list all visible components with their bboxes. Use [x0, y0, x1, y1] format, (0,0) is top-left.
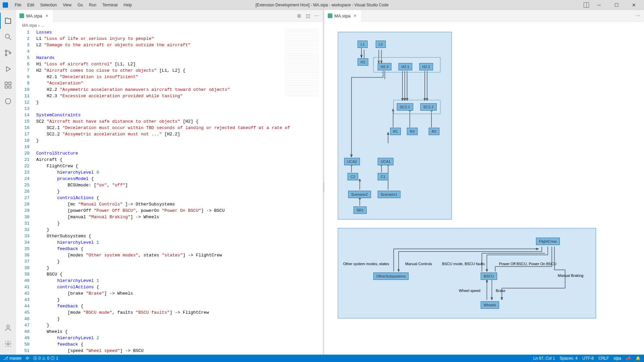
vscode-icon: [3, 2, 8, 8]
node-uca2[interactable]: UCA2: [344, 158, 360, 165]
node-scenario1[interactable]: Scenario1: [378, 191, 400, 198]
search-icon[interactable]: [0, 29, 16, 45]
menu-help[interactable]: Help: [121, 1, 135, 9]
file-icon: [19, 13, 24, 18]
editor-group-right: MA.stpa × ⋯: [324, 10, 644, 355]
node-sc22[interactable]: SC2.2: [420, 103, 437, 111]
svg-rect-7: [9, 82, 11, 84]
more-icon[interactable]: ⋯: [635, 13, 641, 18]
menu-view[interactable]: View: [60, 1, 74, 9]
node-othersubsystems[interactable]: OtherSubsystems: [373, 273, 409, 280]
menu-selection[interactable]: Selection: [38, 1, 59, 9]
node-uca1[interactable]: UCA1: [378, 158, 393, 165]
label-osm: Other system modes, states: [343, 262, 389, 266]
code-editor[interactable]: 1234567891011121314151617181920212223242…: [16, 29, 323, 355]
menu-terminal[interactable]: Terminal: [100, 1, 120, 9]
node-l1[interactable]: L1: [358, 41, 368, 48]
node-r3[interactable]: R3: [407, 128, 418, 135]
close-icon[interactable]: ×: [44, 13, 50, 18]
node-bscu[interactable]: BSCU: [481, 273, 497, 280]
svg-point-4: [9, 52, 11, 54]
tab-ma-stpa-right[interactable]: MA.stpa ×: [324, 10, 362, 22]
bell-icon[interactable]: 🔔: [636, 356, 641, 361]
node-c2[interactable]: C2: [347, 173, 358, 180]
main-area: MA.stpa × ⊞ ◫ ⋯ MA.stpa › ... 1234567891…: [16, 10, 644, 355]
editor-group-left: MA.stpa × ⊞ ◫ ⋯ MA.stpa › ... 1234567891…: [16, 10, 323, 355]
svg-point-3: [5, 54, 7, 56]
menu-bar: File Edit Selection View Go Run Terminal…: [12, 1, 135, 9]
maximize-button[interactable]: ☐: [609, 0, 624, 10]
encoding[interactable]: UTF-8: [582, 356, 594, 361]
close-icon[interactable]: ×: [353, 13, 358, 18]
svg-rect-6: [5, 82, 7, 84]
titlebar: File Edit Selection View Go Run Terminal…: [0, 0, 644, 10]
node-sr1[interactable]: SR1: [354, 206, 367, 214]
label-po: Power Off BSCU, Power On BSCU: [499, 262, 556, 266]
tabs-bar-left: MA.stpa × ⊞ ◫ ⋯: [16, 10, 323, 22]
node-flightcrew[interactable]: FlightCrew: [536, 238, 560, 245]
diagram-panel[interactable]: L1 L2 H1 H2.3 H2.1 H2.2 SC2.1 SC2.2 R1 R…: [324, 22, 644, 355]
source-control-icon[interactable]: [0, 45, 16, 61]
svg-point-0: [5, 34, 9, 38]
node-h22[interactable]: H2.2: [419, 63, 433, 70]
close-button[interactable]: ✕: [627, 0, 641, 10]
label-ws: Wheel speed: [459, 289, 480, 293]
node-scenario2[interactable]: Scenario2: [348, 191, 371, 198]
more-icon[interactable]: ⋯: [314, 13, 319, 18]
activity-bar: [0, 10, 16, 355]
menu-go[interactable]: Go: [75, 1, 86, 9]
node-r1[interactable]: R1: [390, 128, 401, 135]
custom-circle-icon[interactable]: [0, 93, 16, 109]
diagram-bottom: FlightCrew OtherSubsystems BSCU Wheels O…: [338, 228, 596, 318]
svg-point-2: [5, 50, 7, 52]
code-content[interactable]: LossesL1 "Loss of life or serious injury…: [36, 29, 323, 355]
compare-icon[interactable]: ⊞: [297, 13, 302, 18]
menu-file[interactable]: File: [12, 1, 24, 9]
split-icon[interactable]: ◫: [305, 13, 311, 18]
tab-label: MA.stpa: [26, 13, 42, 18]
panel-layout-icon[interactable]: [584, 2, 589, 8]
language-mode[interactable]: stpa: [613, 356, 621, 361]
node-sc21[interactable]: SC2.1: [397, 103, 413, 111]
svg-point-11: [7, 325, 9, 328]
node-l2[interactable]: L2: [376, 41, 386, 48]
menu-edit[interactable]: Edit: [24, 1, 37, 9]
node-wheels[interactable]: Wheels: [481, 301, 499, 309]
status-left: ⎇ master ⟳ ⓧ 0 ⚠ 0 ⓘ 1: [3, 356, 58, 361]
sync-icon[interactable]: ⟳: [26, 356, 29, 361]
problems-indicator[interactable]: ⓧ 0 ⚠ 0 ⓘ 1: [33, 356, 58, 361]
accounts-icon[interactable]: [0, 320, 16, 336]
run-debug-icon[interactable]: [0, 61, 16, 77]
gear-icon[interactable]: [0, 336, 16, 352]
node-h23[interactable]: H2.3: [378, 63, 391, 70]
node-h21[interactable]: H2.1: [398, 63, 412, 70]
status-right: Ln 87, Col 1 Spaces: 4 UTF-8 CRLF stpa 📣…: [533, 356, 641, 361]
tabs-bar-right: MA.stpa × ⋯: [324, 10, 644, 22]
editor-actions-left: ⊞ ◫ ⋯: [297, 13, 323, 18]
editor-actions-right: ⋯: [635, 13, 644, 18]
breadcrumb-more: ...: [41, 23, 44, 28]
node-r2[interactable]: R2: [429, 128, 439, 135]
node-c1[interactable]: C1: [378, 173, 388, 180]
breadcrumb[interactable]: MA.stpa › ...: [16, 22, 323, 29]
window-title: [Extension Development Host] - MA.stpa -…: [256, 3, 389, 7]
feedback-icon[interactable]: 📣: [626, 356, 631, 361]
explorer-icon[interactable]: [0, 13, 16, 29]
extensions-icon[interactable]: [0, 77, 16, 93]
chevron-right-icon: ›: [38, 23, 40, 28]
tab-label: MA.stpa: [334, 13, 351, 18]
svg-point-10: [5, 99, 11, 104]
window-controls: ─ ☐ ✕: [584, 0, 641, 10]
indentation[interactable]: Spaces: 4: [560, 356, 578, 361]
node-h1[interactable]: H1: [358, 58, 368, 66]
minimize-button[interactable]: ─: [592, 0, 606, 10]
eol[interactable]: CRLF: [598, 356, 609, 361]
status-bar: ⎇ master ⟳ ⓧ 0 ⚠ 0 ⓘ 1 Ln 87, Col 1 Spac…: [0, 355, 644, 362]
branch-indicator[interactable]: ⎇ master: [3, 356, 22, 361]
menu-run[interactable]: Run: [86, 1, 99, 9]
tab-ma-stpa-left[interactable]: MA.stpa ×: [16, 10, 53, 22]
cursor-position[interactable]: Ln 87, Col 1: [533, 356, 555, 361]
svg-rect-9: [9, 86, 11, 88]
svg-line-1: [9, 38, 11, 40]
line-numbers: 1234567891011121314151617181920212223242…: [16, 29, 36, 355]
